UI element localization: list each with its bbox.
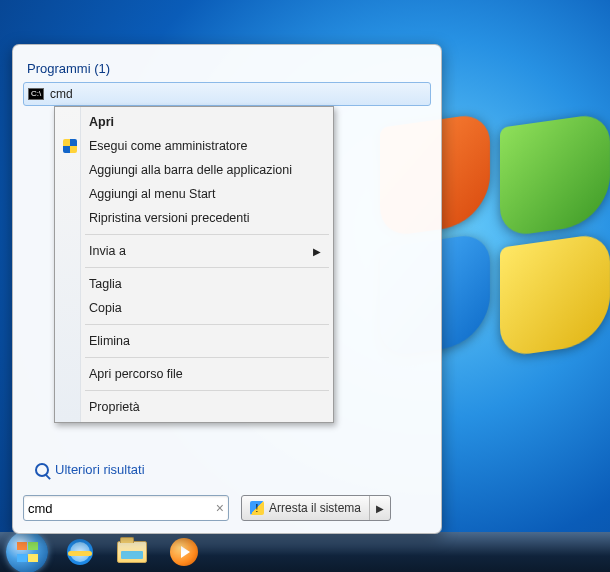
ctx-separator <box>85 390 329 391</box>
ctx-run-admin-label: Esegui come amministratore <box>89 139 247 153</box>
ctx-properties[interactable]: Proprietà <box>57 395 331 419</box>
cmd-icon: C:\ <box>28 88 44 100</box>
submenu-arrow-icon: ▶ <box>313 246 321 257</box>
ctx-pin-start-label: Aggiungi al menu Start <box>89 187 215 201</box>
ctx-open[interactable]: Apri <box>57 110 331 134</box>
file-explorer-icon <box>117 541 147 563</box>
start-menu-footer: cmd × ! Arresta il sistema ▶ <box>23 495 431 521</box>
ctx-open-file-location[interactable]: Apri percorso file <box>57 362 331 386</box>
ctx-restore-prev-label: Ripristina versioni precedenti <box>89 211 250 225</box>
ctx-open-location-label: Apri percorso file <box>89 367 183 381</box>
ctx-send-to-label: Invia a <box>89 244 126 258</box>
taskbar-explorer[interactable] <box>112 537 152 567</box>
clear-search-icon[interactable]: × <box>216 500 224 516</box>
ctx-properties-label: Proprietà <box>89 400 140 414</box>
taskbar <box>0 532 610 572</box>
search-input-value: cmd <box>28 501 216 516</box>
taskbar-media-player[interactable] <box>164 537 204 567</box>
uac-shield-icon <box>62 138 78 154</box>
search-result-cmd[interactable]: C:\ cmd <box>23 82 431 106</box>
media-player-icon <box>170 538 198 566</box>
shutdown-label: Arresta il sistema <box>269 501 361 515</box>
shutdown-options-arrow[interactable]: ▶ <box>370 503 390 514</box>
ctx-open-label: Apri <box>89 115 114 129</box>
start-button[interactable] <box>6 531 48 572</box>
ctx-separator <box>85 234 329 235</box>
search-icon <box>35 463 49 477</box>
more-results-link[interactable]: Ulteriori risultati <box>35 462 145 477</box>
search-input[interactable]: cmd × <box>23 495 229 521</box>
context-menu: Apri Esegui come amministratore Aggiungi… <box>54 106 334 423</box>
ctx-send-to[interactable]: Invia a ▶ <box>57 239 331 263</box>
shield-warning-icon: ! <box>250 501 264 515</box>
ctx-restore-previous[interactable]: Ripristina versioni precedenti <box>57 206 331 230</box>
ctx-pin-start[interactable]: Aggiungi al menu Start <box>57 182 331 206</box>
ctx-separator <box>85 324 329 325</box>
ctx-separator <box>85 357 329 358</box>
ctx-run-as-admin[interactable]: Esegui come amministratore <box>57 134 331 158</box>
ctx-copy[interactable]: Copia <box>57 296 331 320</box>
ctx-delete-label: Elimina <box>89 334 130 348</box>
taskbar-ie[interactable] <box>60 537 100 567</box>
more-results-label: Ulteriori risultati <box>55 462 145 477</box>
ctx-separator <box>85 267 329 268</box>
ctx-delete[interactable]: Elimina <box>57 329 331 353</box>
ctx-pin-taskbar[interactable]: Aggiungi alla barra delle applicazioni <box>57 158 331 182</box>
search-result-label: cmd <box>50 87 73 101</box>
internet-explorer-icon <box>67 539 93 565</box>
ctx-cut-label: Taglia <box>89 277 122 291</box>
shutdown-button[interactable]: ! Arresta il sistema ▶ <box>241 495 391 521</box>
results-section-label: Programmi (1) <box>27 61 427 76</box>
ctx-copy-label: Copia <box>89 301 122 315</box>
ctx-cut[interactable]: Taglia <box>57 272 331 296</box>
ctx-pin-taskbar-label: Aggiungi alla barra delle applicazioni <box>89 163 292 177</box>
